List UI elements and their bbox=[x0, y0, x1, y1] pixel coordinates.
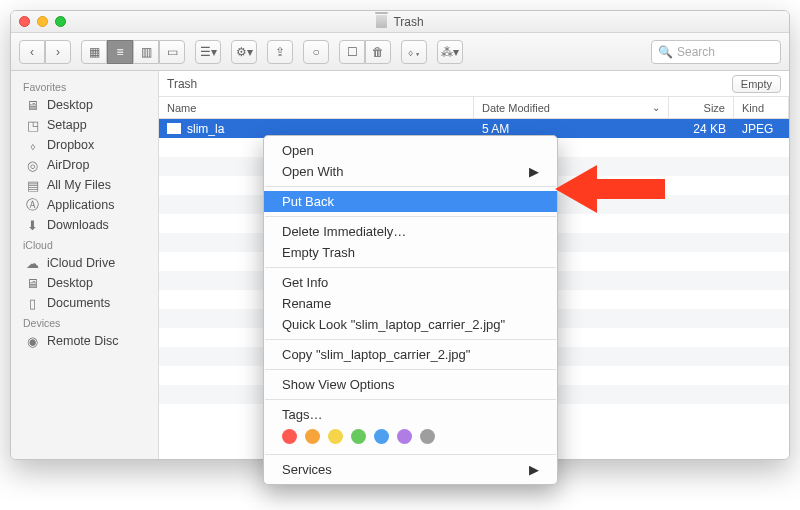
sidebar-item-icloud-desktop[interactable]: 🖥Desktop bbox=[11, 273, 158, 293]
connect-button[interactable]: ⁂▾ bbox=[437, 40, 463, 64]
annotation-arrow bbox=[555, 159, 665, 219]
submenu-arrow-icon: ▶ bbox=[529, 164, 539, 179]
dropbox-button[interactable]: ⬨▾ bbox=[401, 40, 427, 64]
icloud-icon: ☁ bbox=[25, 257, 40, 270]
downloads-icon: ⬇ bbox=[25, 219, 40, 232]
sidebar-item-documents[interactable]: ▯Documents bbox=[11, 293, 158, 313]
context-menu: Open Open With▶ Put Back Delete Immediat… bbox=[263, 135, 558, 485]
documents-icon: ▯ bbox=[25, 297, 40, 310]
desktop-icon: 🖥 bbox=[25, 277, 40, 290]
toolbar: ‹ › ▦ ≡ ▥ ▭ ☰▾ ⚙▾ ⇪ ○ ☐ 🗑 ⬨▾ ⁂▾ 🔍 Search bbox=[11, 33, 789, 71]
empty-trash-button[interactable]: Empty bbox=[732, 75, 781, 93]
sidebar: Favorites 🖥Desktop ◳Setapp ⬨Dropbox ◎Air… bbox=[11, 71, 159, 459]
forward-button[interactable]: › bbox=[45, 40, 71, 64]
pathbar: Trash Empty bbox=[159, 71, 789, 97]
image-thumb-icon bbox=[167, 123, 181, 134]
close-button[interactable] bbox=[19, 16, 30, 27]
separator bbox=[265, 186, 556, 187]
chevron-down-icon: ⌄ bbox=[652, 102, 660, 113]
separator bbox=[265, 339, 556, 340]
desktop-icon: 🖥 bbox=[25, 99, 40, 112]
tag-orange[interactable] bbox=[305, 429, 320, 444]
col-size[interactable]: Size bbox=[669, 97, 734, 118]
delete-button[interactable]: 🗑 bbox=[365, 40, 391, 64]
col-kind[interactable]: Kind bbox=[734, 97, 789, 118]
menu-delete-immediately[interactable]: Delete Immediately… bbox=[264, 221, 557, 242]
sidebar-item-iclouddrive[interactable]: ☁iCloud Drive bbox=[11, 253, 158, 273]
menu-open-with[interactable]: Open With▶ bbox=[264, 161, 557, 182]
menu-put-back[interactable]: Put Back bbox=[264, 191, 557, 212]
view-columns-button[interactable]: ▥ bbox=[133, 40, 159, 64]
new-folder-button[interactable]: ☐ bbox=[339, 40, 365, 64]
disc-icon: ◉ bbox=[25, 335, 40, 348]
dropbox-icon: ⬨ bbox=[25, 139, 40, 152]
sidebar-item-applications[interactable]: ⒶApplications bbox=[11, 195, 158, 215]
view-icons-button[interactable]: ▦ bbox=[81, 40, 107, 64]
sidebar-item-allmyfiles[interactable]: ▤All My Files bbox=[11, 175, 158, 195]
separator bbox=[265, 399, 556, 400]
sidebar-section-favorites: Favorites bbox=[11, 77, 158, 95]
back-button[interactable]: ‹ bbox=[19, 40, 45, 64]
action-button[interactable]: ⚙▾ bbox=[231, 40, 257, 64]
tag-gray[interactable] bbox=[420, 429, 435, 444]
menu-empty-trash[interactable]: Empty Trash bbox=[264, 242, 557, 263]
tag-purple[interactable] bbox=[397, 429, 412, 444]
menu-copy[interactable]: Copy "slim_laptop_carrier_2.jpg" bbox=[264, 344, 557, 365]
sidebar-item-downloads[interactable]: ⬇Downloads bbox=[11, 215, 158, 235]
titlebar: Trash bbox=[11, 11, 789, 33]
applications-icon: Ⓐ bbox=[25, 199, 40, 212]
sidebar-item-dropbox[interactable]: ⬨Dropbox bbox=[11, 135, 158, 155]
sidebar-item-desktop[interactable]: 🖥Desktop bbox=[11, 95, 158, 115]
view-list-button[interactable]: ≡ bbox=[107, 40, 133, 64]
tags-button[interactable]: ○ bbox=[303, 40, 329, 64]
location-label: Trash bbox=[167, 77, 197, 91]
search-field[interactable]: 🔍 Search bbox=[651, 40, 781, 64]
col-date[interactable]: Date Modified⌄ bbox=[474, 97, 669, 118]
sidebar-section-icloud: iCloud bbox=[11, 235, 158, 253]
zoom-button[interactable] bbox=[55, 16, 66, 27]
nav-buttons: ‹ › bbox=[19, 40, 71, 64]
menu-services[interactable]: Services▶ bbox=[264, 459, 557, 480]
col-name[interactable]: Name bbox=[159, 97, 474, 118]
menu-quick-look[interactable]: Quick Look "slim_laptop_carrier_2.jpg" bbox=[264, 314, 557, 335]
view-mode-buttons: ▦ ≡ ▥ ▭ bbox=[81, 40, 185, 64]
sidebar-item-airdrop[interactable]: ◎AirDrop bbox=[11, 155, 158, 175]
separator bbox=[265, 216, 556, 217]
submenu-arrow-icon: ▶ bbox=[529, 462, 539, 477]
sidebar-section-devices: Devices bbox=[11, 313, 158, 331]
sidebar-item-remotedisc[interactable]: ◉Remote Disc bbox=[11, 331, 158, 351]
separator bbox=[265, 454, 556, 455]
setapp-icon: ◳ bbox=[25, 119, 40, 132]
tag-color-row bbox=[264, 425, 557, 450]
view-gallery-button[interactable]: ▭ bbox=[159, 40, 185, 64]
svg-marker-0 bbox=[555, 165, 665, 213]
window-title: Trash bbox=[393, 15, 423, 29]
window-controls bbox=[19, 16, 66, 27]
tag-red[interactable] bbox=[282, 429, 297, 444]
sidebar-item-setapp[interactable]: ◳Setapp bbox=[11, 115, 158, 135]
tag-yellow[interactable] bbox=[328, 429, 343, 444]
menu-show-view-options[interactable]: Show View Options bbox=[264, 374, 557, 395]
arrange-button[interactable]: ☰▾ bbox=[195, 40, 221, 64]
share-button[interactable]: ⇪ bbox=[267, 40, 293, 64]
separator bbox=[265, 267, 556, 268]
trash-icon bbox=[376, 15, 387, 28]
tag-blue[interactable] bbox=[374, 429, 389, 444]
minimize-button[interactable] bbox=[37, 16, 48, 27]
airdrop-icon: ◎ bbox=[25, 159, 40, 172]
column-headers: Name Date Modified⌄ Size Kind bbox=[159, 97, 789, 119]
search-icon: 🔍 bbox=[658, 45, 673, 59]
menu-open[interactable]: Open bbox=[264, 140, 557, 161]
menu-tags[interactable]: Tags… bbox=[264, 404, 557, 425]
search-placeholder: Search bbox=[677, 45, 715, 59]
menu-rename[interactable]: Rename bbox=[264, 293, 557, 314]
menu-get-info[interactable]: Get Info bbox=[264, 272, 557, 293]
tag-green[interactable] bbox=[351, 429, 366, 444]
separator bbox=[265, 369, 556, 370]
allmyfiles-icon: ▤ bbox=[25, 179, 40, 192]
